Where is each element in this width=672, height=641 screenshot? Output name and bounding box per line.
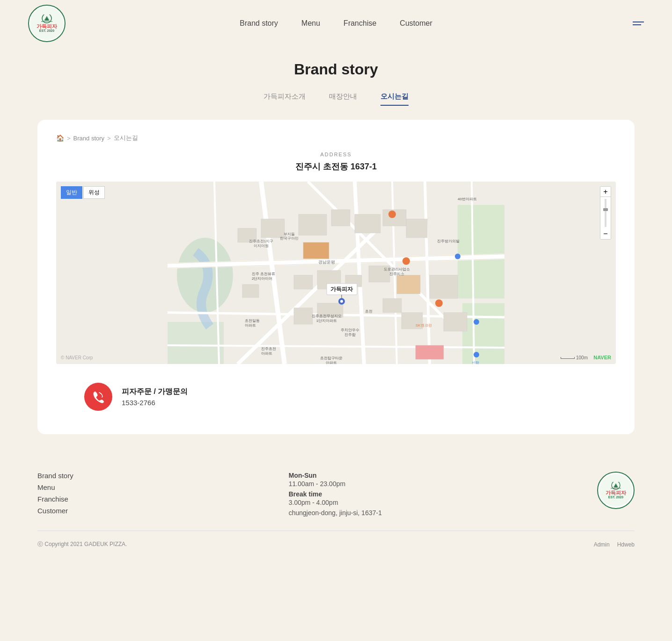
footer: Brand story Menu Franchise Customer Mon-… — [0, 448, 672, 562]
svg-text:아파트: 아파트 — [245, 323, 256, 328]
map-zoom-controls: + − — [600, 186, 611, 240]
svg-text:이지더원: 이지더원 — [254, 244, 269, 248]
svg-rect-27 — [397, 275, 420, 294]
logo[interactable]: 가득피자 EST. 2020 — [28, 5, 66, 42]
svg-rect-22 — [294, 275, 313, 289]
logo-mountain-icon — [37, 15, 56, 24]
svg-rect-37 — [331, 210, 350, 226]
svg-point-92 — [340, 300, 343, 303]
svg-rect-35 — [261, 219, 285, 238]
map-scale-text: 100m — [576, 355, 588, 360]
svg-text:신합: 신합 — [472, 361, 479, 364]
footer-break-label: Break time — [289, 490, 382, 498]
breadcrumb: 🏠 > Brand story > 오시는길 — [56, 134, 616, 142]
svg-rect-32 — [294, 308, 313, 324]
content-card: 🏠 > Brand story > 오시는길 ADDRESS 진주시 초전동 1… — [37, 120, 635, 434]
sub-nav-store[interactable]: 매장안내 — [329, 92, 357, 106]
footer-logo-text-kr: 가득피자 — [606, 490, 626, 495]
logo-text-est: EST. 2020 — [39, 29, 54, 32]
footer-break-row: Break time 3.00pm - 4.00pm — [289, 490, 382, 506]
contact-section: 피자주문 / 가맹문의 1533-2766 — [56, 383, 616, 411]
nav-brand-story[interactable]: Brand story — [240, 19, 278, 28]
svg-rect-8 — [168, 322, 224, 364]
svg-rect-29 — [430, 275, 458, 299]
map-background: 경남운평 진주초전1지구 이지더원 부지들 한국구아민 도로관리사업소 진주지소… — [56, 182, 616, 364]
footer-nav-customer[interactable]: Customer — [37, 507, 73, 515]
phone-icon — [91, 390, 105, 404]
sub-nav-intro[interactable]: 가득피자소개 — [263, 92, 306, 106]
hamburger-line-1 — [633, 22, 644, 22]
map-type-satellite[interactable]: 위성 — [83, 186, 105, 199]
svg-text:초전: 초전 — [365, 309, 373, 313]
map-zoom-handle — [603, 208, 608, 211]
svg-text:한국구아민: 한국구아민 — [280, 236, 299, 240]
svg-rect-38 — [355, 214, 380, 233]
footer-hdweb-link[interactable]: Hdweb — [617, 541, 635, 548]
map-zoom-in[interactable]: + — [600, 187, 611, 197]
svg-text:진주초전1지구: 진주초전1지구 — [249, 239, 273, 243]
footer-nav-menu[interactable]: Menu — [37, 483, 73, 491]
map-naver-logo: NAVER — [593, 355, 611, 360]
svg-text:진주지소: 진주지소 — [389, 272, 404, 276]
nav-customer[interactable]: Customer — [400, 19, 432, 28]
page-title: Brand story — [0, 61, 672, 78]
footer-bottom: ⓒ Copyright 2021 GADEUK PIZZA. Admin Hdw… — [37, 531, 635, 548]
address-text: 진주시 초전동 1637-1 — [56, 161, 616, 172]
footer-info: Mon-Sun 11.00am - 23.00pm Break time 3.0… — [289, 472, 382, 517]
svg-point-47 — [402, 257, 410, 265]
svg-rect-7 — [462, 303, 504, 364]
svg-rect-30 — [444, 313, 467, 331]
footer-nav-brand-story[interactable]: Brand story — [37, 472, 73, 480]
page-title-section: Brand story — [0, 47, 672, 83]
footer-content: Brand story Menu Franchise Customer Mon-… — [37, 472, 635, 517]
map-zoom-out[interactable]: − — [600, 229, 611, 239]
contact-phone: 1533-2766 — [122, 399, 188, 407]
address-section: ADDRESS 진주시 초전동 1637-1 — [56, 152, 616, 172]
main-nav: Brand story Menu Franchise Customer — [240, 19, 432, 28]
footer-nav: Brand story Menu Franchise Customer — [37, 472, 73, 515]
breadcrumb-sep1: > — [67, 135, 71, 142]
svg-text:초전탑구타운: 초전탑구타운 — [320, 356, 343, 360]
nav-franchise[interactable]: Franchise — [343, 19, 376, 28]
map-zoom-bar — [605, 199, 606, 227]
svg-text:아파트: 아파트 — [261, 351, 272, 356]
breadcrumb-current: 오시는길 — [114, 134, 138, 142]
svg-text:진주초전무성지오: 진주초전무성지오 — [312, 314, 342, 318]
footer-address: chungjeon-dong, jinju-si, 1637-1 — [289, 509, 382, 517]
svg-text:주치안우수: 주치안우수 — [341, 328, 359, 332]
sub-nav-directions[interactable]: 오시는길 — [380, 92, 409, 106]
svg-text:아파트: 아파트 — [326, 361, 337, 364]
map-scale-bar — [561, 357, 575, 359]
svg-text:1단지아파트: 1단지아파트 — [316, 319, 337, 323]
svg-text:초전일동: 초전일동 — [245, 319, 260, 323]
svg-text:부지들: 부지들 — [284, 232, 295, 236]
svg-rect-26 — [383, 299, 402, 313]
sub-nav: 가득피자소개 매장안내 오시는길 — [0, 83, 672, 106]
map-scale: 100m — [561, 355, 588, 360]
address-label: ADDRESS — [56, 152, 616, 157]
svg-point-51 — [474, 352, 479, 357]
svg-text:2단지아이어: 2단지아이어 — [252, 277, 272, 281]
logo-circle: 가득피자 EST. 2020 — [28, 5, 66, 42]
footer-hours-value: 11.00am - 23.00pm — [289, 480, 382, 488]
svg-rect-42 — [303, 242, 329, 259]
svg-text:경남운평: 경남운평 — [318, 260, 335, 264]
footer-logo[interactable]: 가득피자 EST. 2020 — [597, 472, 635, 509]
breadcrumb-brand-story[interactable]: Brand story — [73, 135, 104, 142]
svg-rect-36 — [299, 214, 327, 235]
contact-icon — [84, 383, 112, 411]
svg-text:진주 초전뷰류: 진주 초전뷰류 — [252, 272, 275, 276]
svg-rect-31 — [242, 284, 259, 298]
footer-admin-link[interactable]: Admin — [594, 541, 610, 548]
footer-logo-mountain-icon — [607, 482, 624, 490]
footer-nav-franchise[interactable]: Franchise — [37, 495, 73, 503]
svg-point-50 — [474, 319, 479, 325]
nav-menu[interactable]: Menu — [301, 19, 320, 28]
map-container[interactable]: 경남운평 진주초전1지구 이지더원 부지들 한국구아민 도로관리사업소 진주지소… — [56, 182, 616, 364]
svg-point-46 — [388, 211, 396, 218]
map-copyright: © NAVER Corp — [61, 355, 93, 360]
svg-text:도로관리사업소: 도로관리사업소 — [384, 267, 410, 271]
hamburger-menu[interactable] — [633, 22, 644, 25]
footer-copyright: ⓒ Copyright 2021 GADEUK PIZZA. — [37, 540, 127, 548]
map-type-normal[interactable]: 일반 — [61, 186, 82, 199]
